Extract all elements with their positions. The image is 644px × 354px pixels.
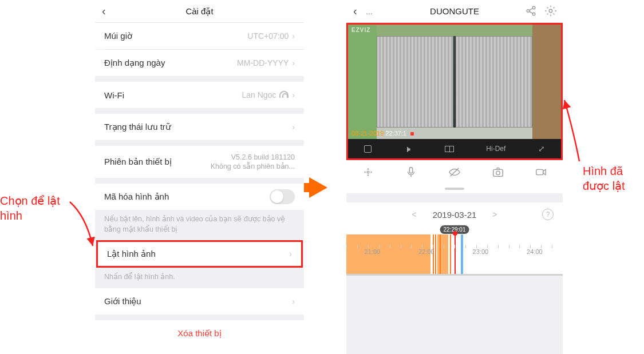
- svg-rect-7: [410, 167, 413, 173]
- version-label: Phiên bản thiết bị: [104, 157, 172, 167]
- chevron-right-icon: ›: [292, 122, 295, 132]
- svg-point-10: [496, 171, 499, 174]
- encrypt-label: Mã hóa hình ảnh: [104, 192, 169, 202]
- timeline-container: 22:29:01 21:00 22:00 23:00 24:00: [346, 226, 563, 276]
- row-encrypt: Mã hóa hình ảnh: [95, 184, 304, 210]
- privacy-icon[interactable]: [448, 166, 461, 181]
- header-more-icon[interactable]: …: [366, 8, 373, 16]
- back-icon[interactable]: ‹: [353, 5, 357, 18]
- svg-point-6: [367, 171, 369, 173]
- timeline[interactable]: 21:00 22:00 23:00 24:00: [346, 234, 563, 276]
- layout-grid-icon[interactable]: [445, 146, 454, 152]
- row-dateformat[interactable]: Định dạng ngày MM-DD-YYYY›: [95, 50, 304, 76]
- gear-icon[interactable]: [544, 5, 557, 20]
- dateformat-value: MM-DD-YYYY: [237, 58, 289, 67]
- svg-point-2: [532, 13, 535, 15]
- record-dot-icon: [410, 132, 414, 136]
- help-icon[interactable]: ?: [542, 209, 554, 220]
- viewer-header: ‹ … DUONGUTE: [346, 0, 563, 23]
- timezone-value: UTC+07:00: [247, 31, 289, 41]
- share-icon[interactable]: [525, 5, 538, 20]
- row-about[interactable]: Giới thiệu ›: [95, 288, 304, 315]
- encrypt-toggle[interactable]: [270, 189, 295, 204]
- flip-label: Lật hình ảnh: [107, 249, 156, 259]
- timezone-label: Múi giờ: [104, 31, 132, 41]
- annotation-left-text: Chọn để lật hình: [0, 193, 60, 223]
- chevron-right-icon: ›: [289, 249, 292, 258]
- viewer-toolbar: [346, 160, 563, 186]
- settings-screen: ‹ Cài đặt Múi giờ UTC+07:00› Định dạng n…: [95, 0, 304, 347]
- back-icon[interactable]: ‹: [102, 5, 106, 18]
- wifi-icon: [279, 92, 289, 98]
- svg-rect-9: [493, 169, 503, 176]
- version-sub: Không có sẵn phiên bản...: [211, 162, 295, 170]
- dateformat-label: Định dạng ngày: [104, 58, 165, 68]
- svg-rect-11: [536, 169, 543, 174]
- row-wifi[interactable]: Wi-Fi Lan Ngoc›: [95, 82, 304, 108]
- video-player[interactable]: EZVIZ 03-21-2019 22:37:1: [348, 25, 561, 139]
- encrypt-note: Nếu bật lên, hình ảnh và video của bạn s…: [95, 210, 304, 240]
- viewer-screen: ‹ … DUONGUTE EZVIZ 03-21-2019 22:37:1: [346, 0, 563, 354]
- svg-point-5: [549, 9, 552, 13]
- row-timezone[interactable]: Múi giờ UTC+07:00›: [95, 23, 304, 49]
- settings-title: Cài đặt: [185, 6, 213, 17]
- speaker-icon[interactable]: [404, 144, 413, 154]
- record-icon[interactable]: [535, 166, 547, 181]
- snapshot-icon[interactable]: [492, 166, 504, 181]
- video-frame-highlighted: EZVIZ 03-21-2019 22:37:1 Hi-Def: [346, 23, 563, 160]
- chevron-right-icon: ›: [292, 90, 295, 100]
- video-watermark: EZVIZ: [351, 27, 370, 33]
- arrow-transition: [309, 177, 327, 198]
- date-next-button[interactable]: >: [492, 210, 497, 219]
- svg-point-0: [527, 10, 530, 13]
- flip-note: Nhấn để lật hình ảnh.: [95, 268, 304, 288]
- video-timestamp: 03-21-2019 22:37:1: [351, 130, 414, 137]
- hidef-button[interactable]: Hi-Def: [486, 145, 505, 153]
- mic-icon[interactable]: [405, 166, 417, 181]
- stop-icon[interactable]: [364, 145, 372, 153]
- chevron-right-icon: ›: [292, 58, 295, 67]
- arrow-right-annotation: [561, 97, 584, 166]
- viewer-title: DUONGUTE: [430, 6, 479, 16]
- timeline-cursor[interactable]: [455, 233, 456, 276]
- about-label: Giới thiệu: [104, 296, 141, 307]
- wifi-label: Wi-Fi: [104, 90, 124, 100]
- date-prev-button[interactable]: <: [412, 210, 416, 219]
- row-version[interactable]: Phiên bản thiết bị V5.2.6 build 181120Kh…: [95, 146, 304, 178]
- video-controls-bar: Hi-Def: [348, 139, 561, 158]
- chevron-right-icon: ›: [292, 297, 295, 306]
- row-flip[interactable]: Lật hình ảnh ›: [98, 242, 301, 266]
- delete-device-button[interactable]: Xóa thiết bị: [95, 320, 304, 347]
- date-navigator: < 2019-03-21 > ?: [346, 202, 563, 226]
- row-flip-highlighted: Lật hình ảnh ›: [96, 240, 303, 268]
- row-storage[interactable]: Trạng thái lưu trữ ›: [95, 114, 304, 140]
- wifi-value: Lan Ngoc: [242, 90, 276, 100]
- svg-line-3: [529, 8, 532, 10]
- ptz-icon[interactable]: [362, 166, 374, 181]
- storage-label: Trạng thái lưu trữ: [104, 122, 171, 132]
- annotation-right-text: Hình đã được lật: [583, 164, 625, 193]
- svg-point-1: [532, 6, 535, 9]
- date-label: 2019-03-21: [433, 210, 477, 220]
- chevron-right-icon: ›: [292, 31, 295, 41]
- drag-handle[interactable]: [346, 186, 563, 193]
- svg-line-4: [529, 11, 532, 14]
- fullscreen-icon[interactable]: [538, 144, 545, 153]
- version-value: V5.2.6 build 181120: [231, 153, 295, 161]
- settings-header: ‹ Cài đặt: [95, 0, 304, 23]
